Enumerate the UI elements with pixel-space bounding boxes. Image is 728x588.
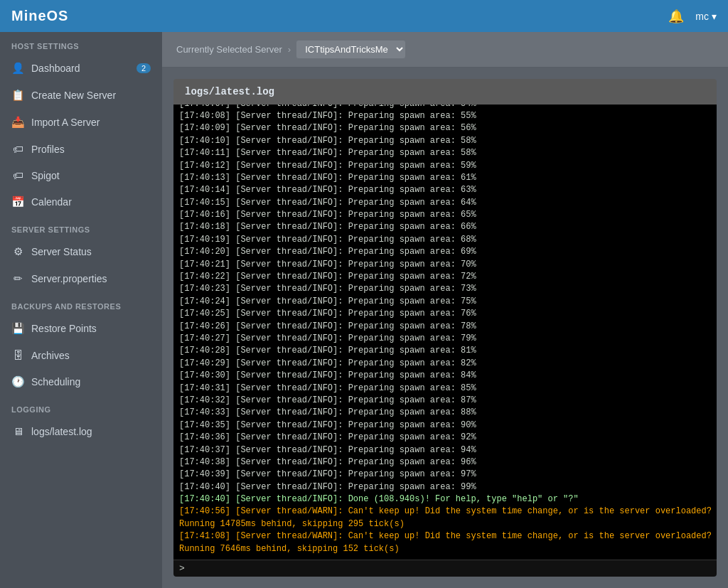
restore-points-label: Restore Points — [31, 323, 97, 334]
sidebar-section-header: LOGGING — [0, 395, 162, 418]
sidebar-section-header: HOST SETTINGS — [0, 32, 162, 55]
calendar-icon: 📅 — [11, 196, 24, 208]
sidebar-item-import-server[interactable]: 📥Import A Server — [0, 109, 162, 136]
server-status-label: Server Status — [31, 246, 92, 257]
logo: MineOS — [11, 8, 68, 24]
top-header: MineOS 🔔 mc ▾ — [0, 0, 728, 32]
log-line: [17:40:27] [Server thread/INFO]: Prepari… — [179, 333, 711, 345]
sidebar-section-header: BACKUPS AND RESTORES — [0, 292, 162, 315]
log-line: [17:40:19] [Server thread/INFO]: Prepari… — [179, 234, 711, 246]
log-line: [17:40:38] [Server thread/INFO]: Prepari… — [179, 456, 711, 469]
log-panel: logs/latest.log [17:40:02] [Server threa… — [173, 79, 717, 577]
log-line: [17:40:25] [Server thread/INFO]: Prepari… — [179, 308, 711, 320]
log-line: [17:40:14] [Server thread/INFO]: Prepari… — [179, 184, 711, 196]
sidebar-item-server-status[interactable]: ⚙Server Status — [0, 238, 162, 265]
server-dropdown[interactable]: ICTtipsAndTricksMe — [296, 41, 405, 58]
archives-label: Archives — [31, 350, 70, 361]
log-line: [17:40:09] [Server thread/INFO]: Prepari… — [179, 122, 711, 134]
log-body[interactable]: [17:40:02] [Server thread/INFO]: Prepari… — [173, 105, 717, 560]
logs-latest-label: logs/latest.log — [31, 426, 92, 437]
calendar-label: Calendar — [31, 196, 72, 208]
spigot-label: Spigot — [31, 170, 60, 181]
log-line: [17:40:31] [Server thread/INFO]: Prepari… — [179, 383, 711, 395]
log-line: [17:40:30] [Server thread/INFO]: Prepari… — [179, 370, 711, 382]
sidebar-item-scheduling[interactable]: 🕐Scheduling — [0, 368, 162, 395]
log-line: [17:40:15] [Server thread/INFO]: Prepari… — [179, 197, 711, 209]
sidebar: HOST SETTINGS👤Dashboard2📋Create New Serv… — [0, 32, 162, 588]
log-line: [17:40:26] [Server thread/INFO]: Prepari… — [179, 321, 711, 333]
log-line: [17:40:24] [Server thread/INFO]: Prepari… — [179, 296, 711, 308]
dashboard-badge: 2 — [136, 63, 151, 73]
create-server-label: Create New Server — [31, 90, 116, 101]
scheduling-label: Scheduling — [31, 376, 80, 387]
log-line: [17:40:23] [Server thread/INFO]: Prepari… — [179, 283, 711, 295]
sidebar-item-server-properties[interactable]: ✏Server.properties — [0, 265, 162, 292]
log-line: [17:40:33] [Server thread/INFO]: Prepari… — [179, 407, 711, 419]
breadcrumb-label: Currently Selected Server — [176, 44, 282, 55]
spigot-icon: 🏷 — [11, 169, 24, 181]
command-input[interactable] — [188, 563, 711, 574]
log-line: [17:40:10] [Server thread/INFO]: Prepari… — [179, 135, 711, 147]
log-line-done: [17:40:40] [Server thread/INFO]: Done (1… — [179, 493, 711, 506]
log-line: [17:40:40] [Server thread/INFO]: Prepari… — [179, 481, 711, 493]
log-line: [17:40:16] [Server thread/INFO]: Prepari… — [179, 209, 711, 221]
dropdown-arrow-icon: ▾ — [712, 11, 717, 22]
logs-latest-icon: 🖥 — [11, 425, 24, 437]
log-line-warn: [17:41:08] [Server thread/WARN]: Can't k… — [179, 530, 711, 555]
sidebar-section-header: SERVER SETTINGS — [0, 215, 162, 238]
content-area: Currently Selected Server › ICTtipsAndTr… — [162, 32, 728, 588]
user-label: mc — [695, 11, 709, 22]
log-line: [17:40:21] [Server thread/INFO]: Prepari… — [179, 259, 711, 271]
import-server-icon: 📥 — [11, 116, 24, 129]
log-line-warn: [17:40:56] [Server thread/WARN]: Can't k… — [179, 506, 711, 530]
archives-icon: 🗄 — [11, 349, 24, 361]
server-status-icon: ⚙ — [11, 245, 24, 258]
import-server-label: Import A Server — [31, 117, 100, 128]
create-server-icon: 📋 — [11, 89, 24, 102]
sidebar-item-spigot[interactable]: 🏷Spigot — [0, 162, 162, 188]
log-line: [17:40:39] [Server thread/INFO]: Prepari… — [179, 469, 711, 481]
sidebar-item-calendar[interactable]: 📅Calendar — [0, 188, 162, 215]
log-line: [17:40:37] [Server thread/INFO]: Prepari… — [179, 444, 711, 456]
log-line: [17:40:20] [Server thread/INFO]: Prepari… — [179, 246, 711, 258]
log-line: [17:40:32] [Server thread/INFO]: Prepari… — [179, 395, 711, 407]
log-line: [17:40:07] [Server thread/INFO]: Prepari… — [179, 105, 711, 110]
scheduling-icon: 🕐 — [11, 375, 24, 388]
sidebar-item-restore-points[interactable]: 💾Restore Points — [0, 315, 162, 342]
profiles-label: Profiles — [31, 144, 65, 155]
log-line: [17:40:13] [Server thread/INFO]: Prepari… — [179, 172, 711, 184]
dashboard-icon: 👤 — [11, 62, 24, 75]
bell-icon[interactable]: 🔔 — [668, 9, 684, 24]
log-line: [17:40:18] [Server thread/INFO]: Prepari… — [179, 221, 711, 233]
log-line: [17:40:08] [Server thread/INFO]: Prepari… — [179, 110, 711, 122]
sidebar-item-logs-latest[interactable]: 🖥logs/latest.log — [0, 418, 162, 444]
user-menu[interactable]: mc ▾ — [695, 11, 717, 22]
log-header: logs/latest.log — [173, 79, 717, 105]
server-select[interactable]: ICTtipsAndTricksMe — [296, 41, 405, 58]
log-input-bar: > — [173, 560, 717, 577]
log-line: [17:40:36] [Server thread/INFO]: Prepari… — [179, 432, 711, 444]
sidebar-item-dashboard[interactable]: 👤Dashboard2 — [0, 55, 162, 82]
server-properties-label: Server.properties — [31, 273, 107, 284]
log-line: [17:40:35] [Server thread/INFO]: Prepari… — [179, 419, 711, 432]
sidebar-item-profiles[interactable]: 🏷Profiles — [0, 136, 162, 162]
sidebar-item-archives[interactable]: 🗄Archives — [0, 342, 162, 368]
server-properties-icon: ✏ — [11, 272, 24, 285]
breadcrumb-bar: Currently Selected Server › ICTtipsAndTr… — [162, 32, 728, 68]
log-line: [17:40:22] [Server thread/INFO]: Prepari… — [179, 271, 711, 283]
dashboard-label: Dashboard — [31, 63, 80, 74]
log-line: [17:40:28] [Server thread/INFO]: Prepari… — [179, 345, 711, 357]
profiles-icon: 🏷 — [11, 143, 24, 155]
right-icons: 🔔 mc ▾ — [668, 9, 717, 24]
log-line: [17:40:12] [Server thread/INFO]: Prepari… — [179, 160, 711, 172]
breadcrumb-chevron-icon: › — [288, 44, 291, 55]
prompt-symbol: > — [179, 563, 185, 574]
restore-points-icon: 💾 — [11, 322, 24, 335]
log-line: [17:40:11] [Server thread/INFO]: Prepari… — [179, 147, 711, 159]
sidebar-item-create-server[interactable]: 📋Create New Server — [0, 82, 162, 109]
log-line: [17:40:29] [Server thread/INFO]: Prepari… — [179, 358, 711, 370]
